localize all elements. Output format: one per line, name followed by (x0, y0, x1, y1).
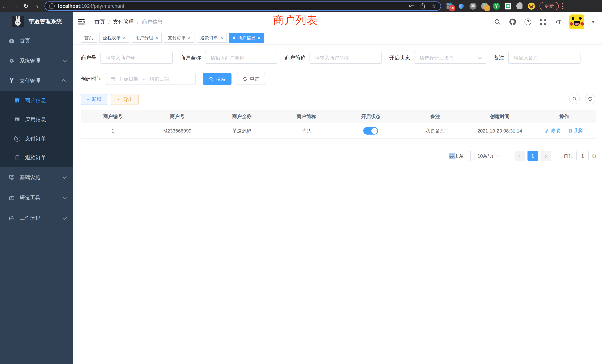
chevron-down-icon (478, 56, 482, 59)
sidebar-item-home[interactable]: 首页 (0, 31, 73, 51)
remark-input[interactable] (508, 52, 580, 64)
tab-pay-order[interactable]: 支付订单× (164, 33, 194, 43)
tab-process-form[interactable]: 流程表单× (99, 33, 129, 43)
avatar-caret-icon[interactable] (591, 21, 595, 23)
tab-home[interactable]: 首页 (81, 33, 97, 43)
briefcase-icon (8, 215, 15, 222)
page-content: 商户号 商户全称 商户简称 开启状态 请选择开启状态 备注 (73, 44, 602, 364)
sidebar-item-label: 工作流程 (20, 215, 40, 222)
sidebar-item-pay[interactable]: ¥ 支付管理 (0, 71, 73, 91)
sidebar-item-label: 商户信息 (25, 97, 46, 104)
status-toggle[interactable] (363, 127, 378, 135)
page-number-1[interactable]: 1 (527, 151, 538, 161)
sidebar-item-system[interactable]: 系统管理 (0, 51, 73, 71)
sidebar-item-refund-order[interactable]: 退款订单 (0, 148, 73, 167)
tab-merchant-info[interactable]: 商户信息× (229, 33, 264, 43)
help-icon[interactable]: ? (524, 18, 532, 26)
site-info-icon[interactable]: i (49, 3, 55, 9)
tab-refund-order[interactable]: 退款订单× (197, 33, 227, 43)
share-icon[interactable] (420, 3, 426, 10)
close-icon[interactable]: × (188, 35, 191, 40)
next-page-button[interactable]: › (540, 151, 551, 161)
page-size-select[interactable]: 10条/页 (470, 151, 506, 161)
short-name-label: 商户简称 (285, 54, 305, 61)
sidebar-item-label: 支付订单 (25, 135, 46, 142)
refresh-table-button[interactable] (585, 94, 595, 104)
short-name-input[interactable] (310, 52, 382, 64)
browser-home-icon[interactable]: ⌂ (31, 2, 42, 11)
pagination-total: 共1条 (449, 153, 464, 159)
merchant-no-input[interactable] (100, 52, 173, 64)
browser-back-icon[interactable]: ← (0, 2, 10, 11)
status-select[interactable]: 请选择开启状态 (414, 52, 486, 64)
extension-emoji-icon[interactable] (528, 2, 535, 10)
download-icon (116, 97, 121, 102)
extension-y-icon[interactable]: Y (493, 2, 500, 10)
edit-link[interactable]: 修改 (544, 127, 560, 134)
breadcrumb-pay[interactable]: 支付管理 (113, 18, 134, 25)
chrome-update-button[interactable]: 更新 (539, 2, 559, 10)
close-icon[interactable]: × (155, 35, 158, 40)
col-remark: 备注 (403, 110, 467, 123)
header-search-icon[interactable] (493, 18, 502, 26)
date-range-picker[interactable]: 开始日期 - 结束日期 (106, 73, 195, 85)
tab-user-group[interactable]: 用户分组× (132, 33, 162, 43)
toggle-search-button[interactable] (569, 94, 580, 104)
calendar-icon (110, 76, 116, 82)
extensions-puzzle-icon[interactable] (516, 2, 523, 10)
close-icon[interactable]: × (123, 35, 126, 40)
add-button[interactable]: + 新增 (81, 94, 107, 105)
full-name-label: 商户全称 (180, 54, 201, 61)
prev-page-button[interactable]: ‹ (515, 151, 525, 161)
sidebar-item-infra[interactable]: 基础设施 (0, 167, 73, 188)
sidebar-item-merchant-info[interactable]: 商户信息 (0, 91, 73, 110)
sidebar: 芋道管理系统 首页 系统管理 ¥ 支付管理 商户信息 应用信息 (0, 12, 73, 364)
sidebar-logo-row[interactable]: 芋道管理系统 (0, 12, 73, 31)
monitor-icon (8, 174, 15, 181)
close-icon[interactable]: × (220, 35, 223, 40)
github-icon[interactable] (509, 18, 517, 26)
extension-strip: 10 ⌘ 1 Y (446, 2, 535, 10)
extension-blocks-icon[interactable]: 10 (446, 2, 453, 10)
url-path: :1024/pay/merchant (80, 3, 124, 9)
toolbox-icon (8, 194, 15, 201)
breadcrumb-home[interactable]: 首页 (95, 18, 105, 25)
full-name-input[interactable] (205, 52, 277, 64)
breadcrumb: 首页 / 支付管理 / 商户信息 (95, 18, 163, 25)
active-dot (233, 36, 235, 39)
password-key-icon[interactable] (408, 3, 414, 10)
dashboard-icon (8, 37, 15, 44)
extension-pin-icon[interactable] (458, 2, 465, 10)
store-icon (14, 97, 21, 104)
col-id: 商户编号 (81, 110, 145, 123)
reset-button[interactable]: 重置 (237, 73, 265, 85)
search-button[interactable]: 搜索 (203, 73, 232, 85)
extension-recorder-icon[interactable]: 1 (481, 2, 488, 10)
sidebar-collapse-icon[interactable] (78, 19, 85, 25)
extension-command-icon[interactable]: ⌘ (469, 2, 477, 10)
fullscreen-icon[interactable] (539, 18, 547, 26)
export-button[interactable]: 导出 (111, 94, 139, 105)
sidebar-item-app-info[interactable]: 应用信息 (0, 110, 73, 129)
font-size-icon[interactable]: тT (554, 18, 562, 26)
sidebar-item-label: 应用信息 (25, 116, 46, 123)
browser-reload-icon[interactable]: ↻ (21, 2, 31, 11)
plus-icon: + (86, 96, 90, 102)
sidebar-item-label: 首页 (20, 37, 30, 44)
address-bar[interactable]: i localhost:1024/pay/merchant ☆ (44, 1, 441, 11)
delete-link[interactable]: 删除 (568, 127, 584, 134)
browser-menu-icon[interactable] (562, 3, 563, 9)
sidebar-item-label: 研发工具 (20, 194, 40, 201)
cell-id: 1 (81, 123, 145, 139)
bookmark-star-icon[interactable]: ☆ (431, 3, 437, 10)
sidebar-item-pay-order[interactable]: ¥ 支付订单 (0, 129, 73, 148)
sidebar-item-workflow[interactable]: 工作流程 (0, 208, 73, 228)
browser-forward-icon[interactable]: → (10, 2, 21, 11)
close-icon[interactable]: × (258, 35, 260, 40)
refresh-icon (243, 76, 247, 81)
extension-chat-icon[interactable] (504, 2, 512, 10)
user-avatar[interactable] (569, 14, 584, 29)
sidebar-item-devtools[interactable]: 研发工具 (0, 188, 73, 208)
cell-actions: 修改 删除 (532, 123, 596, 139)
goto-page-input[interactable] (576, 151, 589, 161)
